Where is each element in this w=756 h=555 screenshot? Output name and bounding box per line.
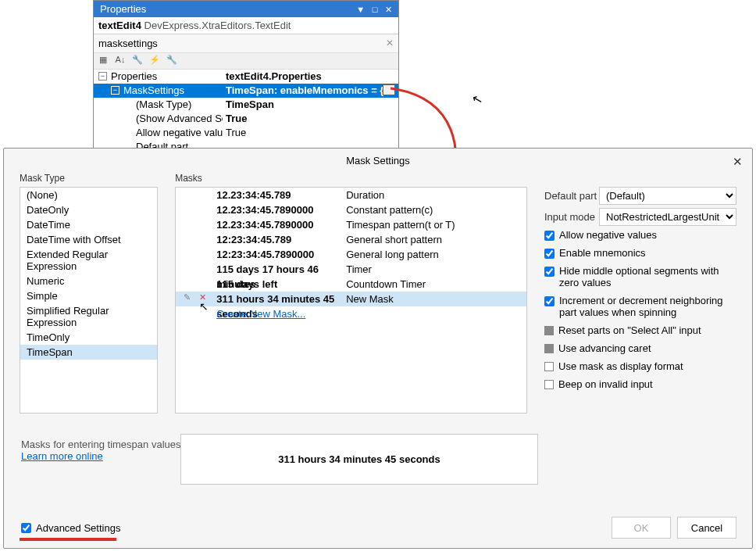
- mask-type-item[interactable]: Simple: [20, 288, 157, 303]
- wrench-icon[interactable]: 🔧: [131, 55, 144, 67]
- mask-type-item[interactable]: TimeSpan: [20, 345, 157, 360]
- mask-row[interactable]: 115 days leftCountdown Timer: [176, 277, 526, 292]
- mask-row[interactable]: 12:23:34:45.789General short pattern: [176, 232, 526, 247]
- mask-type-item[interactable]: Extended Regular Expression: [20, 247, 157, 274]
- mask-type-item[interactable]: Simplified Regular Expression: [20, 303, 157, 330]
- dialog-titlebar: Mask Settings ✕: [4, 149, 752, 173]
- mask-type-item[interactable]: Numeric: [20, 274, 157, 288]
- create-new-mask-link[interactable]: Create New Mask...: [176, 306, 526, 321]
- properties-panel: Properties ▼ □ ✕ textEdit4 DevExpress.Xt…: [93, 0, 399, 155]
- mask-row[interactable]: 12.23:34:45.789Duration: [176, 188, 526, 202]
- learn-more-link[interactable]: Learn more online: [21, 450, 103, 462]
- mask-settings-dialog: Mask Settings ✕ Mask Type (None)DateOnly…: [3, 148, 753, 549]
- settings-icon[interactable]: 🔧: [166, 55, 178, 67]
- advanced-settings-checkbox[interactable]: Advanced Settings: [21, 522, 120, 534]
- mask-row[interactable]: 12.23:34:45.7890000Constant pattern(c): [176, 202, 526, 217]
- reset-parts-checkbox[interactable]: Reset parts on "Select All" input: [544, 324, 736, 336]
- mask-row[interactable]: 12:23:34:45.7890000General long pattern: [176, 247, 526, 262]
- dialog-title: Mask Settings: [346, 155, 410, 166]
- default-part-select[interactable]: (Default): [599, 187, 736, 205]
- collapse-icon[interactable]: −: [111, 86, 119, 95]
- prop-row-showadv[interactable]: (Show Advanced Setting True: [94, 112, 398, 126]
- dropdown-icon[interactable]: ▼: [356, 5, 365, 14]
- advancing-caret-checkbox[interactable]: Use advancing caret: [544, 342, 736, 354]
- mask-row[interactable]: 12.23:34:45.7890000Timespan pattern(t or…: [176, 217, 526, 232]
- mask-type-item[interactable]: (None): [20, 188, 157, 202]
- mask-type-item[interactable]: DateOnly: [20, 202, 157, 217]
- footer-info: Masks for entering timespan values. Lear…: [21, 439, 184, 462]
- prop-row-masksettings[interactable]: − MaskSettings TimeSpan: enableMnemonics…: [94, 84, 398, 98]
- object-name: textEdit4: [98, 20, 141, 31]
- cancel-button[interactable]: Cancel: [677, 517, 736, 539]
- mask-type-item[interactable]: DateTime with Offset: [20, 232, 157, 247]
- hide-middle-checkbox[interactable]: Hide middle optional segments with zero …: [544, 265, 736, 288]
- ok-button[interactable]: OK: [612, 517, 671, 539]
- clear-search-icon[interactable]: ✕: [386, 38, 394, 48]
- masks-label: Masks: [175, 173, 527, 184]
- bolt-icon[interactable]: ⚡: [148, 55, 161, 67]
- prop-row-masktype[interactable]: (Mask Type) TimeSpan: [94, 98, 398, 112]
- delete-icon[interactable]: ✕: [199, 292, 210, 303]
- search-input[interactable]: [94, 34, 398, 52]
- preview-text: 311 hours 34 minutes 45 seconds: [278, 453, 440, 465]
- prop-row-properties[interactable]: − Properties textEdit4.Properties: [94, 70, 398, 84]
- properties-title: Properties: [100, 3, 146, 15]
- prop-row-allowneg[interactable]: Allow negative values True: [94, 126, 398, 140]
- preview-box: 311 hours 34 minutes 45 seconds: [180, 434, 538, 485]
- close-icon[interactable]: ✕: [385, 5, 392, 14]
- mask-type-list[interactable]: (None)DateOnlyDateTimeDateTime with Offs…: [20, 187, 158, 414]
- collapse-icon[interactable]: −: [98, 72, 107, 81]
- annotation-underline: [20, 538, 116, 541]
- masks-list[interactable]: ✎ ✕ ↖ 12.23:34:45.789Duration12.23:34:45…: [175, 187, 527, 414]
- alpha-sort-icon[interactable]: A↓: [114, 55, 127, 67]
- mask-type-item[interactable]: TimeOnly: [20, 330, 157, 345]
- object-class: DevExpress.XtraEditors.TextEdit: [144, 20, 291, 31]
- input-mode-select[interactable]: NotRestrictedLargestUnit: [599, 208, 736, 226]
- properties-titlebar: Properties ▼ □ ✕: [94, 1, 398, 17]
- close-icon[interactable]: ✕: [733, 155, 743, 169]
- object-selector[interactable]: textEdit4 DevExpress.XtraEditors.TextEdi…: [94, 17, 398, 34]
- default-part-label: Default part: [544, 190, 599, 202]
- mask-row[interactable]: 115 days 17 hours 46 minutesTimer: [176, 262, 526, 277]
- allow-negative-checkbox[interactable]: Allow negative values: [544, 229, 736, 241]
- beep-checkbox[interactable]: Beep on invalid input: [544, 378, 736, 390]
- mask-row[interactable]: 311 hours 34 minutes 45 secondsNew Mask: [176, 292, 526, 306]
- props-toolbar: ▦ A↓ 🔧 ⚡ 🔧: [94, 52, 398, 70]
- property-grid: − Properties textEdit4.Properties − Mask…: [94, 70, 398, 154]
- input-mode-label: Input mode: [544, 211, 599, 223]
- mask-type-label: Mask Type: [20, 173, 158, 184]
- edit-icon[interactable]: ✎: [184, 292, 194, 303]
- pin-icon[interactable]: □: [373, 5, 378, 14]
- ellipsis-button[interactable]: …: [383, 84, 395, 95]
- categorized-icon[interactable]: ▦: [97, 55, 109, 67]
- use-mask-display-checkbox[interactable]: Use mask as display format: [544, 360, 736, 372]
- search-row: ✕: [94, 34, 398, 52]
- cursor-icon: ↖: [470, 91, 483, 109]
- increment-decrement-checkbox[interactable]: Increment or decrement neighboring part …: [544, 295, 736, 318]
- enable-mnemonics-checkbox[interactable]: Enable mnemonics: [544, 247, 736, 259]
- mask-type-item[interactable]: DateTime: [20, 217, 157, 232]
